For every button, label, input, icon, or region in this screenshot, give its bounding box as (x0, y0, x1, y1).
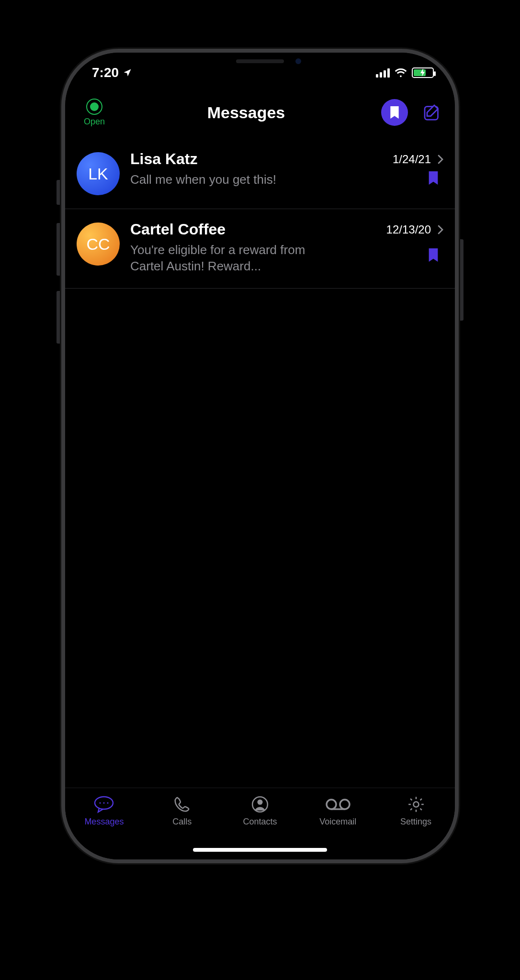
compose-button[interactable] (421, 102, 442, 123)
svg-point-2 (100, 802, 101, 804)
volume-down-button[interactable] (57, 291, 61, 344)
message-snippet: Call me when you get this! (130, 172, 336, 188)
battery-charging-icon (412, 67, 434, 78)
presence-dot-icon (86, 99, 102, 115)
chevron-right-icon (437, 155, 443, 164)
tab-messages[interactable]: Messages (65, 795, 143, 827)
compose-icon (422, 103, 441, 122)
avatar: LK (77, 152, 120, 195)
bookmark-filter-button[interactable] (381, 99, 408, 126)
status-bar-right (376, 67, 434, 78)
presence-label: Open (84, 117, 105, 127)
tab-calls[interactable]: Calls (143, 795, 221, 827)
message-snippet: You're eligible for a reward from Cartel… (130, 242, 336, 275)
notch (188, 53, 332, 72)
tab-label: Messages (84, 817, 124, 827)
clock-label: 7:20 (92, 65, 119, 80)
tab-contacts[interactable]: Contacts (221, 795, 299, 827)
tab-voicemail[interactable]: Voicemail (299, 795, 377, 827)
volume-up-button[interactable] (57, 223, 61, 276)
tab-label: Voicemail (319, 817, 356, 827)
tab-label: Contacts (243, 817, 277, 827)
message-row[interactable]: LK Lisa Katz 1/24/21 Call me when you ge… (65, 139, 455, 209)
avatar-initials: CC (86, 235, 110, 254)
contact-name: Cartel Coffee (130, 221, 381, 238)
message-row[interactable]: CC Cartel Coffee 12/13/20 You're eligibl… (65, 209, 455, 289)
messages-icon (93, 795, 114, 814)
svg-point-4 (107, 802, 109, 804)
gear-icon (407, 795, 425, 814)
speaker-grille (236, 59, 284, 63)
status-bar-left: 7:20 (92, 65, 132, 80)
power-button[interactable] (459, 239, 463, 321)
home-indicator[interactable] (193, 848, 327, 852)
chevron-right-icon (437, 225, 443, 234)
voicemail-icon (326, 795, 350, 814)
tab-settings[interactable]: Settings (377, 795, 455, 827)
svg-point-10 (413, 802, 418, 807)
tab-label: Calls (172, 817, 192, 827)
contact-name: Lisa Katz (130, 150, 387, 168)
bookmark-icon (389, 106, 400, 119)
cellular-signal-icon (376, 68, 390, 78)
avatar-initials: LK (88, 165, 108, 183)
tab-label: Settings (400, 817, 431, 827)
message-list[interactable]: LK Lisa Katz 1/24/21 Call me when you ge… (65, 139, 455, 788)
phone-icon (173, 795, 191, 814)
phone-frame: 7:20 (61, 49, 459, 863)
message-date: 1/24/21 (393, 153, 431, 166)
bookmark-flag-icon (428, 248, 439, 262)
message-date: 12/13/20 (386, 223, 431, 236)
bookmark-flag-icon (428, 171, 439, 185)
front-camera (294, 57, 302, 65)
svg-point-7 (327, 800, 336, 809)
silence-switch[interactable] (57, 180, 61, 205)
phone-screen: 7:20 (65, 53, 455, 859)
avatar: CC (77, 223, 120, 266)
contacts-icon (251, 795, 269, 814)
svg-point-3 (103, 802, 105, 804)
presence-status[interactable]: Open (78, 99, 111, 127)
nav-bar: Open Messages (65, 91, 455, 134)
svg-point-8 (340, 800, 350, 809)
page-title: Messages (111, 103, 381, 122)
wifi-icon (395, 68, 407, 78)
location-arrow-icon (123, 68, 132, 78)
svg-point-6 (257, 800, 262, 805)
